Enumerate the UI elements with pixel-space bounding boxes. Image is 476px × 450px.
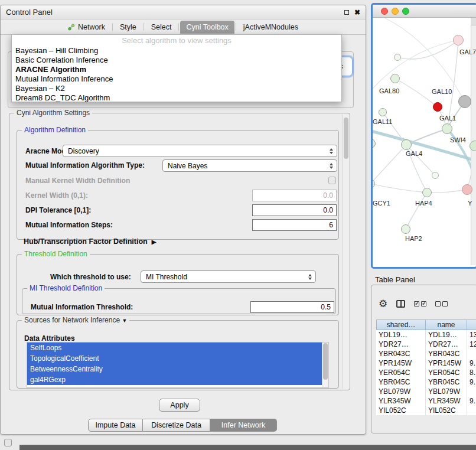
attribute-item-betweennesscentrality[interactable]: BetweennessCentrality: [27, 364, 328, 374]
manual-kernel-checkbox[interactable]: [328, 177, 336, 184]
zoom-traffic-light-icon[interactable]: [402, 8, 409, 15]
table-row[interactable]: YDR27…YDR27…12: [376, 340, 476, 349]
network-node[interactable]: [401, 139, 412, 150]
algorithm-option-basic-correlation-inference[interactable]: Basic Correlation Inference: [12, 56, 341, 65]
table-cell: 9.: [467, 377, 476, 387]
network-node[interactable]: [390, 74, 400, 83]
mi-type-value: Naive Bayes: [168, 162, 326, 170]
attribute-item-topologicalcoefficient[interactable]: TopologicalCoefficient: [27, 353, 328, 364]
scrollbar-button[interactable]: [471, 18, 476, 25]
aracne-mode-combo[interactable]: Discovery: [63, 145, 337, 157]
hub-definition-toggle[interactable]: Hub/Transcription Factor Definition ▶: [24, 237, 156, 246]
algorithm-placeholder-option[interactable]: Select algorithm to view settings: [12, 35, 341, 46]
gear-icon[interactable]: ⚙: [379, 299, 387, 309]
network-node[interactable]: [458, 95, 471, 108]
tab-separator: [178, 23, 179, 31]
threshold-definition-group: Threshold Definition Which threshold to …: [17, 254, 339, 315]
table-cell: [467, 387, 476, 396]
table-cell: YPR145W: [376, 358, 426, 368]
network-edge: [406, 129, 447, 145]
bottom-tab-impute-data[interactable]: Impute Data: [88, 419, 143, 432]
select-all-icon[interactable]: ✔ ✔: [414, 301, 426, 306]
tab-cyni-toolbox[interactable]: Cyni Toolbox: [180, 21, 234, 34]
network-node[interactable]: [379, 108, 387, 116]
network-node-label: GAL4: [406, 150, 422, 157]
network-node[interactable]: [432, 172, 439, 179]
minimize-traffic-light-icon[interactable]: [392, 8, 399, 15]
kernel-width-field[interactable]: [252, 190, 337, 201]
network-view-window: GAL7GAL80GAL10GAL11GAL1SWI4GAL4GCY1HAP4Y…: [371, 3, 476, 269]
tab-jactivemnodules[interactable]: jActiveMNodules: [237, 21, 304, 34]
network-node[interactable]: [433, 102, 442, 112]
scrollbar-thumb[interactable]: [323, 343, 328, 380]
data-attributes-list[interactable]: SelfLoopsTopologicalCoefficientBetweenne…: [27, 342, 329, 388]
network-node[interactable]: [422, 188, 432, 197]
dpi-tolerance-field[interactable]: [252, 204, 337, 216]
network-icon: [68, 24, 75, 31]
table-row[interactable]: YBR043CYBR043C: [376, 349, 476, 358]
algorithm-dropdown-popup: Select algorithm to view settings Bayesi…: [11, 34, 342, 102]
table-cell: YDR27…: [426, 340, 467, 349]
algorithm-option-dream8-dc-tdc-algorithm[interactable]: Dream8 DC_TDC Algorithm: [12, 93, 341, 103]
algorithm-option-aracne-algorithm[interactable]: ARACNE Algorithm: [12, 65, 341, 74]
tab-style[interactable]: Style: [114, 21, 142, 34]
mi-steps-field[interactable]: [252, 219, 337, 231]
bottom-tab-infer-network[interactable]: Infer Network: [210, 419, 277, 432]
close-traffic-light-icon[interactable]: [381, 8, 388, 15]
network-node-label: HAP4: [415, 200, 432, 207]
settings-scrollbar[interactable]: [342, 115, 350, 389]
network-node[interactable]: [394, 54, 401, 61]
table-cell: YDL19…: [426, 330, 467, 340]
which-threshold-label: Which threshold to use:: [50, 272, 131, 282]
checked-box-icon: ✔: [421, 301, 426, 306]
attribute-item-selfloops[interactable]: SelfLoops: [27, 343, 328, 353]
tab-network[interactable]: Network: [62, 21, 111, 34]
table-row[interactable]: YIL052CYIL052C: [376, 406, 476, 415]
bottom-tab-discretize-data[interactable]: Discretize Data: [143, 419, 210, 432]
network-node[interactable]: [470, 141, 476, 151]
table-row[interactable]: YPR145WYPR145W9.: [376, 358, 476, 368]
control-panel-titlebar[interactable]: Control Panel ✖: [1, 5, 366, 19]
table-toolbar: ⚙ ✔ ✔: [379, 297, 448, 310]
table-row[interactable]: YBL079WYBL079W: [376, 387, 476, 396]
network-canvas[interactable]: GAL7GAL80GAL10GAL11GAL1SWI4GAL4GCY1HAP4Y…: [373, 18, 476, 265]
table-column-header[interactable]: name: [426, 319, 467, 330]
table-cell: YIL052C: [376, 406, 426, 415]
table-panel-title: Table Panel: [375, 275, 415, 284]
network-titlebar[interactable]: [373, 5, 476, 18]
table-cell: [467, 406, 476, 415]
network-node-label: GAL7: [459, 48, 476, 56]
table-row[interactable]: YDL19…YDL19…13: [376, 330, 476, 340]
deselect-all-icon[interactable]: [435, 301, 448, 306]
attribute-item-gal4rgexp[interactable]: gal4RGexp: [27, 374, 328, 385]
sources-group-title[interactable]: Sources for Network Inference ▼: [22, 316, 129, 324]
table-cell: 9.: [467, 396, 476, 406]
algorithm-option-bayesian-k2[interactable]: Bayesian – K2: [12, 84, 341, 93]
apply-button[interactable]: Apply: [159, 399, 200, 412]
mi-threshold-field[interactable]: [250, 301, 334, 313]
table-row[interactable]: YLR345WYLR345W9.: [376, 396, 476, 406]
columns-icon[interactable]: [396, 300, 405, 308]
network-edge: [427, 190, 467, 193]
table-column-header[interactable]: shared…: [376, 319, 426, 330]
network-node-label: SWI4: [450, 136, 466, 144]
scrollbar-thumb[interactable]: [344, 118, 348, 159]
float-window-icon[interactable]: [344, 10, 349, 15]
table-row[interactable]: YBR045CYBR045C9.: [376, 377, 476, 387]
attribute-list-scrollbar[interactable]: [322, 343, 328, 387]
mi-type-combo[interactable]: Naive Bayes: [162, 159, 337, 172]
table-column-header[interactable]: [467, 319, 476, 330]
algorithm-option-mutual-information-inference[interactable]: Mutual Information Inference: [12, 74, 341, 84]
which-threshold-value: MI Threshold: [146, 273, 305, 281]
table-cell: 9.: [467, 358, 476, 368]
close-icon[interactable]: ✖: [354, 9, 360, 16]
network-node[interactable]: [453, 35, 464, 45]
collapsed-panel-icon[interactable]: [4, 439, 12, 446]
network-node[interactable]: [401, 224, 410, 234]
table-row[interactable]: YER054CYER054C8.: [376, 368, 476, 377]
tab-select[interactable]: Select: [145, 21, 178, 34]
network-node[interactable]: [442, 123, 452, 134]
which-threshold-combo[interactable]: MI Threshold: [141, 270, 316, 283]
network-node[interactable]: [462, 184, 472, 195]
algorithm-option-bayesian-hill-climbing[interactable]: Bayesian – Hill Climbing: [12, 46, 341, 56]
